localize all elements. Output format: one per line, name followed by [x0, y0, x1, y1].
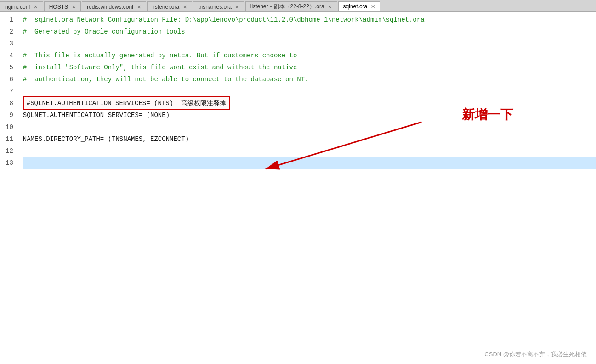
- line-number-3: 3: [6, 38, 13, 50]
- tab-close-nginx[interactable]: ✕: [33, 4, 39, 10]
- line-number-7: 7: [6, 85, 13, 97]
- tab-sqlnet[interactable]: sqlnet.ora✕: [338, 1, 380, 11]
- line-number-13: 13: [6, 157, 13, 169]
- tab-label-tnsnames: tnsnames.ora: [198, 4, 232, 10]
- code-line-5: # install "Software Only", this file won…: [23, 62, 596, 73]
- tab-redis[interactable]: redis.windows.conf✕: [82, 1, 146, 11]
- line-number-12: 12: [6, 145, 13, 157]
- code-line-12: [23, 145, 596, 157]
- tab-label-nginx: nginx.conf: [5, 4, 30, 10]
- comment-text-2: # Generated by Oracle configuration tool…: [23, 26, 189, 38]
- code-line-4: # This file is actually generated by net…: [23, 50, 596, 62]
- code-line-11: NAMES.DIRECTORY_PATH= (TNSNAMES, EZCONNE…: [23, 133, 596, 145]
- editor: 12345678910111213 # sqlnet.ora Network C…: [0, 12, 596, 364]
- tab-close-redis[interactable]: ✕: [136, 4, 142, 10]
- line-number-6: 6: [6, 73, 13, 85]
- tab-nginx[interactable]: nginx.conf✕: [0, 1, 43, 11]
- line-numbers: 12345678910111213: [0, 12, 17, 364]
- line-number-8: 8: [6, 97, 13, 109]
- code-line-7: [23, 85, 596, 97]
- tab-close-listener2[interactable]: ✕: [327, 4, 333, 10]
- watermark: CSDN @你若不离不弃，我必生死相依: [484, 350, 587, 358]
- code-line-1: # sqlnet.ora Network Configuration File:…: [23, 14, 596, 26]
- tab-label-sqlnet: sqlnet.ora: [343, 3, 368, 10]
- code-line-10: [23, 121, 596, 133]
- comment-text-4: # This file is actually generated by net…: [23, 50, 297, 62]
- code-line-13: [23, 157, 596, 169]
- code-area-wrapper: # sqlnet.ora Network Configuration File:…: [17, 12, 596, 364]
- tab-listener[interactable]: listener.ora✕: [147, 1, 192, 11]
- tab-label-listener2: listener－副本（22-8-22）.ora: [250, 3, 324, 11]
- line-number-2: 2: [6, 26, 13, 38]
- line-number-11: 11: [6, 133, 13, 145]
- tab-tnsnames[interactable]: tnsnames.ora✕: [193, 1, 244, 11]
- comment-text-1: # sqlnet.ora Network Configuration File:…: [23, 14, 425, 26]
- line-number-5: 5: [6, 62, 13, 73]
- tab-label-listener: listener.ora: [152, 4, 179, 10]
- line-number-1: 1: [6, 14, 13, 26]
- code-line-6: # authentication, they will not be able …: [23, 73, 596, 85]
- code-line-3: [23, 38, 596, 50]
- line-number-10: 10: [6, 121, 13, 133]
- tab-bar: nginx.conf✕HOSTS✕redis.windows.conf✕list…: [0, 0, 596, 12]
- tab-close-sqlnet[interactable]: ✕: [369, 3, 376, 10]
- tab-close-hosts[interactable]: ✕: [70, 4, 77, 10]
- comment-text-5: # install "Software Only", this file won…: [23, 62, 297, 73]
- tab-label-hosts: HOSTS: [49, 4, 68, 10]
- code-line-9: SQLNET.AUTHENTICATION_SERVICES= (NONE): [23, 109, 596, 121]
- code-line-8: #SQLNET.AUTHENTICATION_SERVICES= (NTS) 高…: [23, 97, 596, 109]
- tab-hosts[interactable]: HOSTS✕: [44, 1, 81, 11]
- tab-listener2[interactable]: listener－副本（22-8-22）.ora✕: [245, 1, 337, 11]
- boxed-line-8: #SQLNET.AUTHENTICATION_SERVICES= (NTS) 高…: [23, 96, 230, 110]
- code-line-2: # Generated by Oracle configuration tool…: [23, 26, 596, 38]
- tab-close-tnsnames[interactable]: ✕: [234, 4, 240, 10]
- line-number-9: 9: [6, 109, 13, 121]
- tab-label-redis: redis.windows.conf: [87, 4, 133, 10]
- line-number-4: 4: [6, 50, 13, 62]
- tab-close-listener[interactable]: ✕: [182, 4, 188, 10]
- comment-text-6: # authentication, they will not be able …: [23, 73, 309, 85]
- code-area: # sqlnet.ora Network Configuration File:…: [17, 12, 596, 171]
